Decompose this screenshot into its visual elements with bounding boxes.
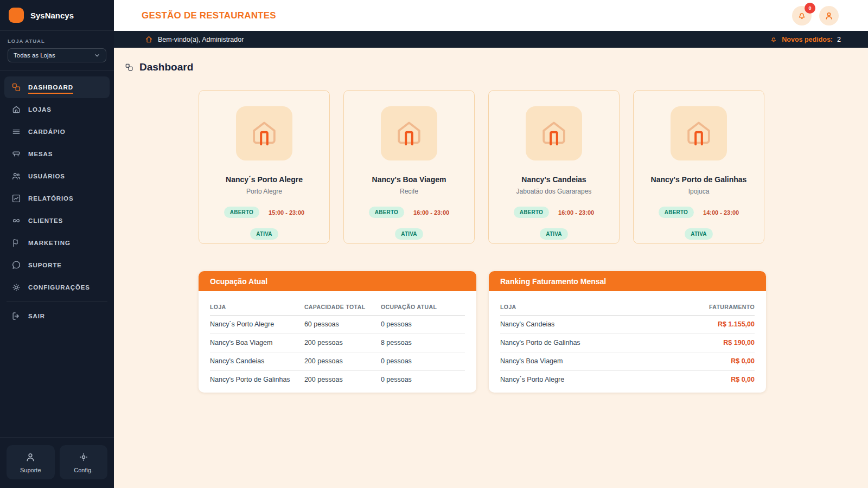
new-orders-count: 2 [837,36,841,43]
logout-icon [11,311,21,321]
store-city: Porto Alegre [246,188,282,195]
brightness-icon [11,282,21,292]
menu-lines-icon [11,127,21,137]
house-icon [526,106,582,160]
active-status-badge: ATIVA [395,228,423,240]
sidebar-item-suporte[interactable]: SUPORTE [4,254,110,276]
table-row: Nancy's Candeias R$ 1.155,00 [500,316,755,334]
support-button[interactable]: Suporte [7,445,55,479]
sidebar-item-lojas[interactable]: LOJAS [4,99,110,120]
sidebar-item-relatorios[interactable]: RELATÓRIOS [4,188,110,209]
users-icon [11,171,21,181]
revenue-value: R$ 1.155,00 [662,316,755,334]
user-icon [824,11,834,21]
store-name: Nancy´s Porto Alegre [226,175,303,184]
active-status-badge: ATIVA [250,228,278,240]
store-hours: 15:00 - 23:00 [269,209,304,216]
column-header: CAPACIDADE TOTAL [304,298,381,316]
person-icon [25,452,36,463]
new-orders-label: Novos pedidos: [782,36,833,43]
table-row: Nancy's Candeias 200 pessoas 0 pessoas [210,352,465,371]
store-hours: 16:00 - 23:00 [558,209,594,216]
store-hours: 16:00 - 23:00 [413,209,449,216]
table-icon [11,149,21,159]
sidebar-item-mesas[interactable]: MESAS [4,143,110,165]
revenue-panel: Ranking Faturamento Mensal LOJA FATURAME… [489,271,766,393]
store-card-porto-alegre[interactable]: Nancy´s Porto Alegre Porto Alegre ABERTO… [199,90,330,244]
nav-divider [7,301,107,302]
welcome-message: Bem-vindo(a), Administrador [145,35,244,43]
sidebar-footer: Suporte Config. [0,437,114,488]
new-orders[interactable]: Novos pedidos: 2 [770,36,841,43]
notifications-button[interactable]: 0 [792,6,812,25]
column-header: FATURAMENTO [662,298,755,316]
chart-icon [11,194,21,203]
occupancy-table: LOJA CAPACIDADE TOTAL OCUPAÇÃO ATUAL Nan… [210,298,465,389]
store-icon [11,105,21,114]
column-header: LOJA [500,298,662,316]
sidebar: SysNancys LOJA ATUAL Todas as Lojas DASH… [0,0,114,488]
bell-icon [797,11,807,21]
flag-icon [11,238,21,248]
dashboard-icon [11,82,21,92]
app-title: GESTÃO DE RESTAURANTES [142,10,276,21]
page-title: Dashboard [139,61,193,73]
home-icon [145,35,153,43]
house-icon [381,106,437,160]
house-icon [671,106,727,160]
sidebar-item-configuracoes[interactable]: CONFIGURAÇÕES [4,277,110,298]
sidebar-item-dashboard[interactable]: DASHBOARD [4,76,110,98]
column-header: OCUPAÇÃO ATUAL [381,298,465,316]
store-cards: Nancy´s Porto Alegre Porto Alegre ABERTO… [199,90,766,244]
revenue-table: LOJA FATURAMENTO Nancy's Candeias R$ 1.1… [500,298,755,389]
brand: SysNancys [0,0,114,31]
infinity-icon [11,216,21,226]
house-icon [236,106,292,160]
store-name: Nancy's Porto de Galinhas [651,175,747,184]
table-row: Nancy's Boa Viagem 200 pessoas 8 pessoas [210,334,465,352]
sidebar-item-marketing[interactable]: MARKETING [4,232,110,254]
column-header: LOJA [210,298,304,316]
occupancy-panel-title: Ocupação Atual [199,271,476,291]
store-select[interactable]: Todas as Lojas [8,48,106,62]
table-row: Nancy´s Porto Alegre R$ 0,00 [500,371,755,389]
revenue-value: R$ 190,00 [662,334,755,352]
table-row: Nancy's Boa Viagem R$ 0,00 [500,352,755,371]
store-city: Ipojuca [688,188,710,195]
open-status-badge: ABERTO [224,207,259,218]
bell-icon [770,36,777,43]
store-city: Recife [400,188,418,195]
revenue-panel-title: Ranking Faturamento Mensal [489,271,766,291]
sidebar-item-clientes[interactable]: CLIENTES [4,210,110,232]
statusbar: Bem-vindo(a), Administrador Novos pedido… [114,31,868,48]
table-row: Nancy´s Porto Alegre 60 pessoas 0 pessoa… [210,316,465,334]
sidebar-item-cardapio[interactable]: CARDÁPIO [4,121,110,143]
store-filter-label: LOJA ATUAL [8,38,106,44]
revenue-value: R$ 0,00 [662,352,755,371]
store-filter: LOJA ATUAL Todas as Lojas [0,31,114,71]
store-card-porto-de-galinhas[interactable]: Nancy's Porto de Galinhas Ipojuca ABERTO… [633,90,764,244]
sidebar-item-sair[interactable]: SAIR [4,305,110,327]
store-name: Nancy's Boa Viagem [372,175,446,184]
store-name: Nancy's Candeias [521,175,586,184]
open-status-badge: ABERTO [659,207,694,218]
store-card-boa-viagem[interactable]: Nancy's Boa Viagem Recife ABERTO 16:00 -… [343,90,475,244]
store-select-value: Todas as Lojas [14,52,55,59]
dashboard-content: Dashboard Nancy´s Porto Alegre Porto Ale… [114,48,868,488]
store-card-candeias[interactable]: Nancy's Candeias Jaboatão dos Guararapes… [488,90,620,244]
table-row: Nancy's Porto de Galinhas R$ 190,00 [500,334,755,352]
main-area: GESTÃO DE RESTAURANTES 0 Bem-vindo(a), A… [114,0,868,488]
topbar: GESTÃO DE RESTAURANTES 0 [114,0,868,31]
active-status-badge: ATIVA [685,228,713,240]
config-button[interactable]: Config. [60,445,108,479]
occupancy-panel: Ocupação Atual LOJA CAPACIDADE TOTAL OCU… [199,271,476,393]
brand-name: SysNancys [30,11,74,20]
target-icon [78,452,89,463]
user-menu-button[interactable] [819,6,839,25]
sidebar-item-usuarios[interactable]: USUÁRIOS [4,165,110,187]
open-status-badge: ABERTO [514,207,549,218]
store-city: Jaboatão dos Guararapes [516,188,592,195]
dashboard-icon [125,63,133,72]
active-status-badge: ATIVA [540,228,568,240]
notification-badge: 0 [805,3,815,14]
